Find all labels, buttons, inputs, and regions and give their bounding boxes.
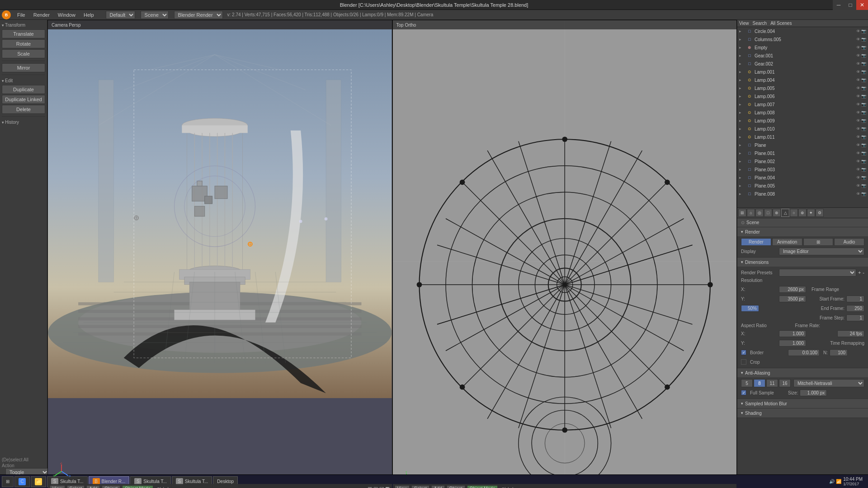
maximize-button[interactable]: □ <box>844 0 856 10</box>
outliner-item[interactable]: ▸ ⊙ Lamp.005 👁 📷 <box>737 84 868 92</box>
duplicate-button[interactable]: Duplicate <box>2 85 45 94</box>
outliner-item[interactable]: ▸ □ Gear.002 👁 📷 <box>737 60 868 68</box>
eye-icon[interactable]: 👁 <box>856 159 860 164</box>
eye-icon[interactable]: 👁 <box>856 135 860 139</box>
taskbar-chrome[interactable]: C <box>14 476 30 487</box>
add-preset-btn[interactable]: + <box>858 270 861 275</box>
render-icon[interactable]: 📷 <box>861 143 866 147</box>
select-button-left[interactable]: Select <box>67 485 85 488</box>
full-sample-checkbox[interactable]: ✓ <box>741 390 746 395</box>
add-button-right[interactable]: Add <box>431 485 445 488</box>
outliner-item[interactable]: ▸ □ Plane.003 👁 📷 <box>737 165 868 174</box>
layout-selector[interactable]: Default <box>106 11 135 19</box>
eye-icon[interactable]: 👁 <box>856 110 860 115</box>
remove-preset-btn[interactable]: - <box>863 270 864 275</box>
render-icon[interactable]: 📷 <box>861 61 866 66</box>
outliner-item[interactable]: ▸ ⊙ Lamp.011 👁 📷 <box>737 133 868 141</box>
eye-icon[interactable]: 👁 <box>856 61 860 66</box>
frame-rate-value[interactable]: 24 fps <box>837 330 864 337</box>
props-tab-particles[interactable]: ✦ <box>807 209 815 217</box>
aa-sample-11[interactable]: 11 <box>766 379 778 387</box>
minimize-button[interactable]: ─ <box>833 0 844 10</box>
delete-button[interactable]: Delete <box>2 105 45 114</box>
outliner-item[interactable]: ▸ ⊙ Lamp.004 👁 📷 <box>737 76 868 84</box>
eye-icon[interactable]: 👁 <box>856 37 860 42</box>
eye-icon[interactable]: 👁 <box>856 53 860 58</box>
render-icon[interactable]: 📷 <box>861 167 866 172</box>
outliner-item[interactable]: ▸ ⊙ Lamp.006 👁 📷 <box>737 92 868 100</box>
render-presets-selector[interactable] <box>779 269 856 277</box>
render-icon[interactable]: 📷 <box>861 102 866 107</box>
render-icon[interactable]: 📷 <box>861 159 866 164</box>
render-icon[interactable]: 📷 <box>861 183 866 188</box>
eye-icon[interactable]: 👁 <box>856 183 860 188</box>
props-tab-scene[interactable]: ⌂ <box>747 209 755 217</box>
transform-section-header[interactable]: Transform <box>2 22 45 28</box>
display-selector[interactable]: Image Editor <box>779 248 864 255</box>
eye-icon[interactable]: 👁 <box>856 102 860 107</box>
render-menu[interactable]: Render <box>30 11 53 19</box>
duplicate-linked-button[interactable]: Duplicate Linked <box>2 95 45 104</box>
end-frame-value[interactable]: 250 <box>846 305 864 312</box>
render-icon[interactable]: 📷 <box>861 45 866 50</box>
sampled-motion-blur-header[interactable]: Sampled Motion Blur <box>737 399 868 408</box>
eye-icon[interactable]: 👁 <box>856 86 860 90</box>
aa-sample-8[interactable]: 8 <box>754 379 765 387</box>
props-tab-data[interactable]: △ <box>781 209 789 217</box>
outliner-item[interactable]: ▸ ⊙ Lamp.009 👁 📷 <box>737 117 868 125</box>
start-button[interactable]: ⊞ <box>2 476 14 487</box>
object-button-left[interactable]: Object <box>102 485 120 488</box>
outliner-item[interactable]: ▸ □ Columns.005 👁 📷 <box>737 35 868 43</box>
taskbar-file-explorer[interactable]: 📁 <box>31 476 46 487</box>
render-icon[interactable]: 📷 <box>861 110 866 115</box>
size-value[interactable]: 1.000 px <box>800 389 827 396</box>
render-icon[interactable]: 📷 <box>861 192 866 196</box>
close-button[interactable]: ✕ <box>856 0 868 10</box>
view-button-left[interactable]: View <box>50 485 65 488</box>
props-tab-object[interactable]: □ <box>764 209 772 217</box>
shading-header[interactable]: Shading <box>737 408 868 418</box>
viewport-top-ortho[interactable]: Top Ortho <box>392 20 737 488</box>
border-checkbox[interactable]: ✓ <box>741 350 746 355</box>
help-menu[interactable]: Help <box>80 11 98 19</box>
view-btn[interactable]: View <box>739 21 749 26</box>
outliner-item[interactable]: ▸ □ Plane.001 👁 📷 <box>737 149 868 157</box>
render-icon[interactable]: 📷 <box>861 118 866 123</box>
outliner-item[interactable]: ▸ □ Gear.001 👁 📷 <box>737 52 868 60</box>
mirror-button[interactable]: Mirror <box>2 63 45 72</box>
outliner-item[interactable]: ▸ ⊙ Lamp.008 👁 📷 <box>737 108 868 117</box>
res-x-value[interactable]: 2600 px <box>779 286 806 293</box>
eye-icon[interactable]: 👁 <box>856 70 860 74</box>
object-mode-left[interactable]: Object Mode <box>122 485 153 488</box>
eye-icon[interactable]: 👁 <box>856 94 860 99</box>
outliner-item[interactable]: ▸ □ Plane.008 👁 📷 <box>737 190 868 198</box>
search-btn[interactable]: Search <box>753 21 767 26</box>
props-tab-texture[interactable]: ⊕ <box>798 209 807 217</box>
render-icon[interactable]: 📷 <box>861 86 866 90</box>
scale-button[interactable]: Scale <box>2 49 45 58</box>
eye-icon[interactable]: 👁 <box>856 167 860 172</box>
res-y-value[interactable]: 3500 px <box>779 296 806 302</box>
outliner-item[interactable]: ▸ □ Plane.004 👁 📷 <box>737 174 868 182</box>
outliner-item[interactable]: ▸ □ Plane.002 👁 📷 <box>737 157 868 165</box>
n-value[interactable]: 100 <box>830 349 848 356</box>
render-tab-btn[interactable]: Render <box>741 238 771 246</box>
render-icon[interactable]: 📷 <box>861 37 866 42</box>
viewport-camera-persp[interactable]: Camera Persp <box>47 20 392 488</box>
eye-icon[interactable]: 👁 <box>856 151 860 155</box>
res-pct-value[interactable]: 50% <box>741 305 759 312</box>
audio-tab-btn[interactable]: Audio <box>834 238 864 246</box>
props-tab-render-settings[interactable]: ⊞ <box>738 209 746 217</box>
window-menu[interactable]: Window <box>54 11 79 19</box>
render-icon[interactable]: 📷 <box>861 127 866 131</box>
add-button-left[interactable]: Add <box>86 485 100 488</box>
rotate-button[interactable]: Rotate <box>2 39 45 48</box>
anti-aliasing-header[interactable]: Anti-Aliasing <box>737 368 868 377</box>
render-icon[interactable]: 📷 <box>861 29 866 33</box>
eye-icon[interactable]: 👁 <box>856 175 860 180</box>
animation-tab-btn[interactable]: Animation <box>772 238 802 246</box>
outliner-item[interactable]: ▸ ⊙ Lamp.001 👁 📷 <box>737 68 868 76</box>
aspect-y-value[interactable]: 1.000 <box>779 340 806 347</box>
aa-method-selector[interactable]: Mitchell-Netravali <box>793 379 864 387</box>
eye-icon[interactable]: 👁 <box>856 118 860 123</box>
